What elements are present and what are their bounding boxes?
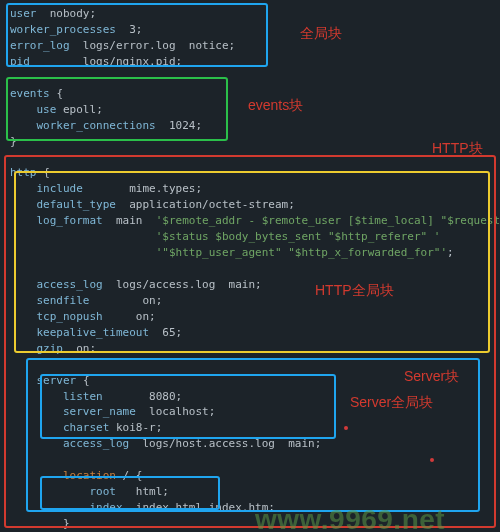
code-block: user nobody; worker_processes 3; error_l… — [10, 6, 492, 532]
dot-marker — [430, 458, 434, 462]
label-http-global: HTTP全局块 — [315, 280, 394, 300]
watermark: www.9969.net — [255, 500, 445, 532]
nginx-config-diagram: user nobody; worker_processes 3; error_l… — [0, 0, 500, 532]
label-events: events块 — [248, 95, 303, 115]
dot-marker — [344, 426, 348, 430]
label-server-global: Server全局块 — [350, 392, 433, 412]
label-server: Server块 — [404, 366, 459, 386]
label-http: HTTP块 — [432, 138, 483, 158]
label-global: 全局块 — [300, 23, 342, 43]
